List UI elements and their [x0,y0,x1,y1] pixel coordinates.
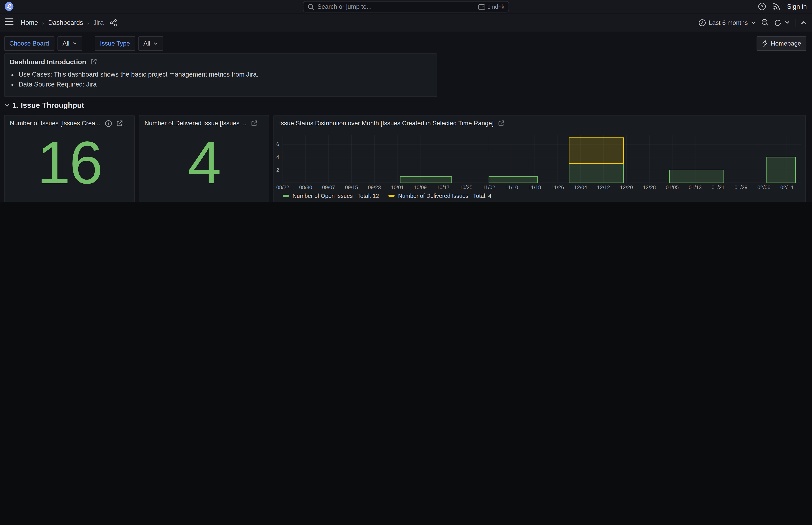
board-select[interactable]: All [57,36,82,51]
menu-icon[interactable] [5,18,14,25]
breadcrumb-separator: › [42,19,44,26]
lightning-icon [762,40,768,47]
svg-text:?: ? [761,4,763,9]
breadcrumb-current: Jira [93,19,104,26]
panel-dashboard-introduction: Dashboard Introduction Use Cases: This d… [4,53,437,97]
bar-open-issues[interactable] [489,176,538,183]
x-tick-label: 11/10 [506,184,518,190]
share-icon[interactable] [110,19,117,26]
legend-total: Total: 12 [357,193,379,199]
refresh-icon [774,19,781,26]
keyboard-icon [478,4,485,10]
y-tick-label: 2 [276,167,279,173]
x-tick-label: 02/14 [780,184,793,190]
time-range-label: Last 6 months [709,19,748,26]
legend-item[interactable]: Number of Delivered IssuesTotal: 4 [388,193,491,199]
bar-open-issues[interactable] [400,176,452,183]
variables-toolbar: Choose Board All Issue Type All [4,36,163,51]
breadcrumb-dashboards[interactable]: Dashboards [48,19,83,26]
chevron-down-icon [751,21,756,24]
chevron-down-icon [4,103,10,107]
x-tick-label: 10/01 [391,184,404,190]
external-link-icon[interactable] [116,120,122,126]
legend-item[interactable]: Number of Open IssuesTotal: 12 [283,193,379,199]
x-tick-label: 12/28 [643,184,656,190]
external-link-icon[interactable] [251,120,257,126]
panel-title: Number of Issues [Issues Crea... [10,120,100,127]
chevron-down-icon [784,21,790,24]
breadcrumb-separator: › [87,19,89,26]
external-link-icon[interactable] [91,59,97,65]
chevron-down-icon [73,42,77,45]
status-distribution-chart[interactable]: 08/2208/3009/0709/1509/2310/0110/0910/17… [274,116,807,202]
intro-bullet: Data Source Required: Jira [19,80,436,89]
help-icon[interactable]: ? [758,3,766,10]
x-tick-label: 08/22 [276,184,289,190]
x-tick-label: 01/29 [734,184,747,190]
clock-icon [699,19,706,26]
breadcrumb-home[interactable]: Home [21,19,38,26]
issue-type-label[interactable]: Issue Type [95,36,135,51]
collapse-caret-up-icon[interactable] [801,20,807,25]
chart-legend[interactable]: Number of Open IssuesTotal: 12Number of … [283,193,491,199]
x-tick-label: 12/04 [574,184,587,190]
nav-bar: Home › Dashboards › Jira Last 6 months [0,14,812,32]
refresh-control[interactable] [774,19,790,26]
chevron-down-icon [153,42,158,45]
x-tick-label: 12/12 [597,184,610,190]
legend-total: Total: 4 [473,193,491,199]
bar-open-issues[interactable] [767,157,795,183]
panel-number-of-issues: Number of Issues [Issues Crea... 16 [4,115,135,202]
zoom-out-icon[interactable] [761,19,769,27]
search-placeholder: Search or jump to... [318,3,475,10]
x-tick-label: 01/13 [689,184,702,190]
x-tick-label: 09/23 [368,184,381,190]
panel-number-of-delivered-issues: Number of Delivered Issue [Issues ... 4 [139,115,269,202]
legend-swatch [388,195,395,197]
x-tick-label: 11/26 [551,184,564,190]
search-input[interactable]: Search or jump to... cmd+k [303,1,509,12]
info-icon[interactable] [105,120,112,127]
x-tick-label: 01/21 [711,184,724,190]
legend-label: Number of Open Issues [293,193,353,199]
top-header-bar: Search or jump to... cmd+k ? Sign in [0,0,812,14]
section-issue-throughput[interactable]: 1. Issue Throughput [4,101,84,109]
y-tick-label: 6 [276,141,279,147]
stat-value: 4 [188,133,220,193]
divider [795,18,796,27]
x-tick-label: 10/17 [436,184,449,190]
bar-open-issues[interactable] [670,170,724,183]
intro-bullet: Use Cases: This dashboard shows the basi… [19,70,436,79]
panel-title: Dashboard Introduction [10,58,86,65]
intro-bullets: Use Cases: This dashboard shows the basi… [4,70,436,89]
search-icon [308,3,315,10]
bar-open-issues[interactable] [569,164,624,183]
panel-title: Number of Delivered Issue [Issues ... [144,120,246,127]
sign-in-button[interactable]: Sign in [787,3,807,10]
search-shortcut: cmd+k [488,3,504,10]
stat-value: 16 [37,133,102,193]
news-rss-icon[interactable] [772,3,780,10]
issue-type-select[interactable]: All [138,36,163,51]
panel-issue-status-distribution: Issue Status Distribution over Month [Is… [273,115,806,202]
legend-swatch [283,195,289,197]
x-tick-label: 08/30 [299,184,312,190]
x-tick-label: 10/09 [414,184,427,190]
x-tick-label: 01/05 [666,184,679,190]
breadcrumb: Home › Dashboards › Jira [21,14,117,32]
x-tick-label: 11/02 [483,184,495,190]
x-tick-label: 11/18 [528,184,541,190]
legend-label: Number of Delivered Issues [398,193,469,199]
grafana-dashboard: Search or jump to... cmd+k ? Sign in [0,0,812,202]
x-tick-label: 09/15 [345,184,358,190]
x-tick-label: 09/07 [322,184,335,190]
bar-delivered-issues[interactable] [569,138,624,164]
app-logo-icon[interactable] [4,2,13,11]
homepage-button[interactable]: Homepage [757,36,806,51]
x-tick-label: 10/25 [459,184,472,190]
x-tick-label: 12/20 [620,184,633,190]
y-tick-label: 4 [276,154,279,160]
time-range-picker[interactable]: Last 6 months [699,19,756,26]
choose-board-label[interactable]: Choose Board [4,36,54,51]
x-tick-label: 02/06 [757,184,770,190]
